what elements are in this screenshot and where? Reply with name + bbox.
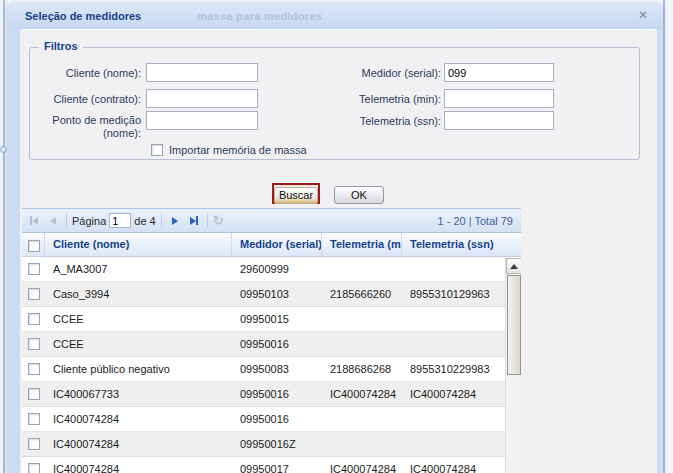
cell-tel-min: 2188686268 xyxy=(322,357,402,381)
row-checkbox[interactable] xyxy=(28,288,40,300)
cell-tel-ssn xyxy=(402,307,505,331)
table-row[interactable]: IC40007428409950017IC400074284IC40007428… xyxy=(22,457,505,473)
table-row[interactable]: A_MA300729600999 xyxy=(22,257,505,282)
row-checkbox-cell xyxy=(22,257,45,281)
cell-tel-min xyxy=(322,407,402,431)
table-row[interactable]: CCEE09950015 xyxy=(22,307,505,332)
vertical-scrollbar[interactable] xyxy=(505,258,521,473)
cell-tel-min: IC400074284 xyxy=(322,457,402,473)
row-checkbox-cell xyxy=(22,307,45,331)
last-page-button[interactable] xyxy=(186,213,202,229)
range-display: 1 - 20 | Total 79 xyxy=(438,215,513,227)
toolbar-separator xyxy=(207,213,208,228)
column-header-telemetria-ssn[interactable]: Telemetria (ssn) xyxy=(402,233,521,256)
table-row[interactable]: IC40006773309950016IC400074284IC40007428… xyxy=(22,382,505,407)
cell-tel-ssn: IC400074284 xyxy=(402,457,505,473)
first-page-button[interactable] xyxy=(26,213,42,229)
cell-medidor: 09950016 xyxy=(232,382,322,406)
cell-medidor: 09950015 xyxy=(232,307,322,331)
scroll-up-icon xyxy=(510,264,518,269)
scroll-up-button[interactable] xyxy=(506,258,521,274)
cell-cliente: CCEE xyxy=(45,332,232,356)
cliente-contrato-input[interactable] xyxy=(146,89,258,108)
screen: massa para medidores Seleção de medidore… xyxy=(0,0,673,473)
row-checkbox-cell xyxy=(22,282,45,306)
cliente-contrato-label: Cliente (contrato): xyxy=(30,93,141,106)
row-checkbox[interactable] xyxy=(28,463,40,473)
telemetria-min-label: Telemetria (min): xyxy=(341,93,441,106)
medidor-serial-label: Medidor (serial): xyxy=(341,67,441,80)
column-header-telemetria-min[interactable]: Telemetria (min) xyxy=(322,233,402,256)
column-header-cliente[interactable]: Cliente (nome) xyxy=(45,233,232,256)
cell-medidor: 29600999 xyxy=(232,257,322,281)
background-panel-border xyxy=(3,0,5,473)
medidor-serial-input[interactable] xyxy=(444,63,554,82)
pages-total-label: de 4 xyxy=(134,215,155,227)
select-all-checkbox[interactable] xyxy=(28,240,40,252)
dialog-titlebar[interactable]: massa para medidores Seleção de medidore… xyxy=(8,2,662,29)
row-checkbox-cell xyxy=(22,332,45,356)
background-panel-border xyxy=(663,0,665,473)
column-header-medidor[interactable]: Medidor (serial) xyxy=(232,233,322,256)
ok-button[interactable]: OK xyxy=(334,186,384,204)
table-row[interactable]: IC40007428409950016 xyxy=(22,407,505,432)
background-window-title: massa para medidores xyxy=(197,10,322,22)
row-checkbox[interactable] xyxy=(28,263,40,275)
cell-medidor: 09950017 xyxy=(232,457,322,473)
next-page-button[interactable] xyxy=(167,213,183,229)
cell-tel-min xyxy=(322,432,402,456)
cell-cliente: Caso_3994 xyxy=(45,282,232,306)
cell-cliente: IC400067733 xyxy=(45,382,232,406)
cell-tel-min: 2185666260 xyxy=(322,282,402,306)
cliente-nome-label: Cliente (nome): xyxy=(30,67,141,80)
cell-cliente: IC400074284 xyxy=(45,432,232,456)
cell-medidor: 09950016Z xyxy=(232,432,322,456)
prev-page-button[interactable] xyxy=(45,213,61,229)
row-checkbox[interactable] xyxy=(28,388,40,400)
dialog-title: Seleção de medidores xyxy=(25,10,141,22)
row-checkbox[interactable] xyxy=(28,313,40,325)
cell-tel-min xyxy=(322,307,402,331)
telemetria-ssn-input[interactable] xyxy=(444,111,554,130)
grid-header: Cliente (nome) Medidor (serial) Telemetr… xyxy=(22,233,521,257)
row-checkbox[interactable] xyxy=(28,338,40,350)
cell-medidor: 09950103 xyxy=(232,282,322,306)
cell-tel-ssn xyxy=(402,407,505,431)
dialog-body: Filtros Cliente (nome): Cliente (contrat… xyxy=(20,29,657,473)
row-checkbox[interactable] xyxy=(28,438,40,450)
medidores-grid: Página de 4 ↻ 1 - 20 | Total 79 Cliente … xyxy=(22,208,521,473)
cell-tel-ssn: 8955310129963 xyxy=(402,282,505,306)
close-icon[interactable]: × xyxy=(635,7,651,23)
cliente-nome-input[interactable] xyxy=(146,63,258,82)
table-row[interactable]: IC40007428409950016Z xyxy=(22,432,505,457)
cell-medidor: 09950016 xyxy=(232,407,322,431)
buscar-highlight-annotation: Buscar xyxy=(272,183,320,204)
table-row[interactable]: Cliente público negativo0995008321886862… xyxy=(22,357,505,382)
ponto-medicao-label: Ponto de medição (nome): xyxy=(36,114,141,140)
ponto-medicao-input[interactable] xyxy=(146,111,258,130)
refresh-icon[interactable]: ↻ xyxy=(213,213,224,228)
importar-memoria-checkbox[interactable] xyxy=(151,144,163,156)
importar-memoria-label: Importar memória de massa xyxy=(169,144,307,156)
selection-dialog: massa para medidores Seleção de medidore… xyxy=(8,2,662,473)
page-number-input[interactable] xyxy=(109,213,131,228)
cell-tel-ssn xyxy=(402,432,505,456)
table-row[interactable]: Caso_39940995010321856662608955310129963 xyxy=(22,282,505,307)
filters-fieldset: Filtros Cliente (nome): Cliente (contrat… xyxy=(29,47,640,160)
cell-tel-ssn xyxy=(402,332,505,356)
row-checkbox-cell xyxy=(22,357,45,381)
toolbar-separator xyxy=(66,213,67,228)
buscar-button[interactable]: Buscar xyxy=(274,187,318,204)
scrollbar-thumb[interactable] xyxy=(507,275,521,375)
row-checkbox-cell xyxy=(22,432,45,456)
cell-tel-min xyxy=(322,332,402,356)
row-checkbox[interactable] xyxy=(28,363,40,375)
row-checkbox[interactable] xyxy=(28,413,40,425)
background-window-right-edge xyxy=(662,0,673,473)
table-row[interactable]: CCEE09950016 xyxy=(22,332,505,357)
cell-tel-ssn: IC400074284 xyxy=(402,382,505,406)
background-panel-knob xyxy=(0,146,7,153)
cell-cliente: IC400074284 xyxy=(45,457,232,473)
telemetria-min-input[interactable] xyxy=(444,89,554,108)
row-checkbox-cell xyxy=(22,407,45,431)
